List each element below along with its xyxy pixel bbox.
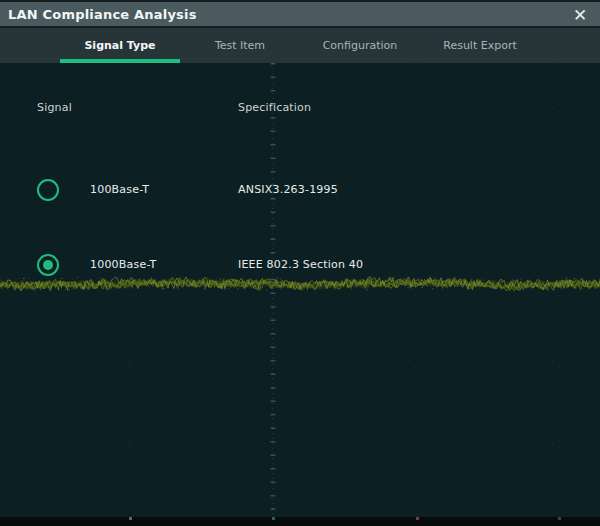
bottom-tick bbox=[129, 517, 132, 520]
close-icon: ✕ bbox=[573, 7, 587, 24]
tab-configuration[interactable]: Configuration bbox=[300, 28, 420, 63]
signal-column-header: Signal bbox=[37, 101, 72, 114]
tab-test-item[interactable]: Test Item bbox=[180, 28, 300, 63]
signal-row[interactable]: 1000Base-T IEEE 802.3 Section 40 bbox=[37, 251, 577, 279]
signal-label: 1000Base-T bbox=[90, 258, 156, 271]
dialog-title: LAN Compliance Analysis bbox=[0, 7, 197, 22]
graticule-grid bbox=[0, 63, 600, 517]
specification-label: ANSIX3.263-1995 bbox=[238, 183, 338, 196]
tab-result-export[interactable]: Result Export bbox=[420, 28, 540, 63]
bottom-tick bbox=[416, 517, 419, 520]
radio-button[interactable] bbox=[37, 179, 59, 201]
signal-row[interactable]: 100Base-T ANSIX3.263-1995 bbox=[37, 176, 577, 204]
oscilloscope-screen: Signal Specification 100Base-T ANSIX3.26… bbox=[0, 63, 600, 517]
close-button[interactable]: ✕ bbox=[564, 2, 596, 28]
radio-button[interactable] bbox=[37, 254, 59, 276]
tab-signal-type[interactable]: Signal Type bbox=[60, 28, 180, 63]
tabbar: Signal Type Test Item Configuration Resu… bbox=[0, 28, 600, 63]
bottom-tick bbox=[272, 517, 275, 520]
specification-label: IEEE 802.3 Section 40 bbox=[238, 258, 363, 271]
bottom-bar bbox=[0, 517, 600, 526]
specification-column-header: Specification bbox=[238, 101, 311, 114]
bottom-tick bbox=[558, 517, 561, 520]
titlebar: LAN Compliance Analysis ✕ bbox=[0, 0, 600, 26]
lan-compliance-dialog: LAN Compliance Analysis ✕ Signal Type Te… bbox=[0, 0, 600, 526]
signal-label: 100Base-T bbox=[90, 183, 149, 196]
